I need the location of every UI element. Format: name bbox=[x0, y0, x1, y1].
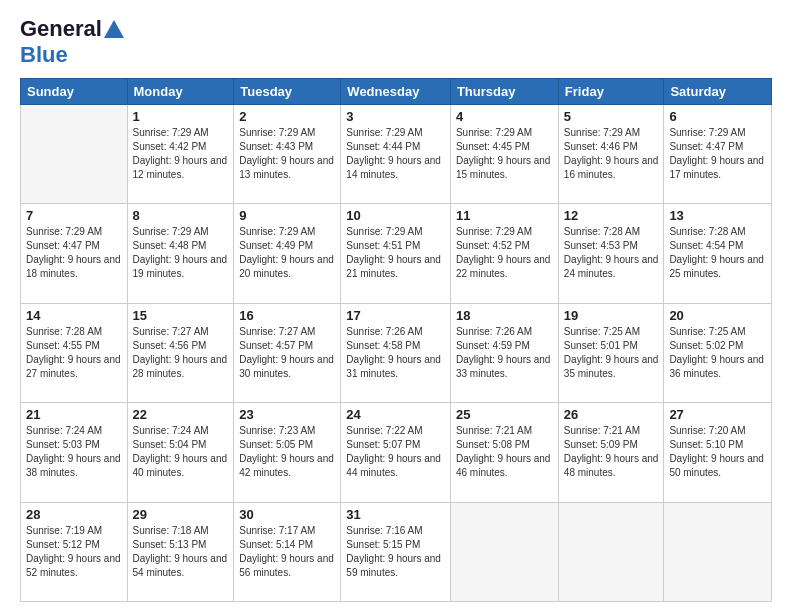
day-info: Sunrise: 7:24 AMSunset: 5:04 PMDaylight:… bbox=[133, 424, 229, 480]
weekday-header-row: SundayMondayTuesdayWednesdayThursdayFrid… bbox=[21, 79, 772, 105]
day-cell: 13Sunrise: 7:28 AMSunset: 4:54 PMDayligh… bbox=[664, 204, 772, 303]
day-cell: 27Sunrise: 7:20 AMSunset: 5:10 PMDayligh… bbox=[664, 403, 772, 502]
day-info: Sunrise: 7:28 AMSunset: 4:54 PMDaylight:… bbox=[669, 225, 766, 281]
day-cell: 31Sunrise: 7:16 AMSunset: 5:15 PMDayligh… bbox=[341, 502, 451, 601]
calendar-table: SundayMondayTuesdayWednesdayThursdayFrid… bbox=[20, 78, 772, 602]
day-cell: 15Sunrise: 7:27 AMSunset: 4:56 PMDayligh… bbox=[127, 303, 234, 402]
day-cell: 16Sunrise: 7:27 AMSunset: 4:57 PMDayligh… bbox=[234, 303, 341, 402]
day-cell: 3Sunrise: 7:29 AMSunset: 4:44 PMDaylight… bbox=[341, 105, 451, 204]
day-info: Sunrise: 7:29 AMSunset: 4:51 PMDaylight:… bbox=[346, 225, 445, 281]
weekday-wednesday: Wednesday bbox=[341, 79, 451, 105]
week-row-4: 28Sunrise: 7:19 AMSunset: 5:12 PMDayligh… bbox=[21, 502, 772, 601]
day-number: 5 bbox=[564, 109, 659, 124]
day-info: Sunrise: 7:29 AMSunset: 4:47 PMDaylight:… bbox=[669, 126, 766, 182]
day-cell bbox=[664, 502, 772, 601]
day-info: Sunrise: 7:29 AMSunset: 4:42 PMDaylight:… bbox=[133, 126, 229, 182]
day-cell: 11Sunrise: 7:29 AMSunset: 4:52 PMDayligh… bbox=[450, 204, 558, 303]
day-cell: 23Sunrise: 7:23 AMSunset: 5:05 PMDayligh… bbox=[234, 403, 341, 502]
day-number: 11 bbox=[456, 208, 553, 223]
week-row-3: 21Sunrise: 7:24 AMSunset: 5:03 PMDayligh… bbox=[21, 403, 772, 502]
day-number: 28 bbox=[26, 507, 122, 522]
day-number: 10 bbox=[346, 208, 445, 223]
day-number: 24 bbox=[346, 407, 445, 422]
day-number: 23 bbox=[239, 407, 335, 422]
logo-general: General bbox=[20, 16, 102, 42]
week-row-1: 7Sunrise: 7:29 AMSunset: 4:47 PMDaylight… bbox=[21, 204, 772, 303]
day-number: 27 bbox=[669, 407, 766, 422]
day-number: 20 bbox=[669, 308, 766, 323]
day-number: 18 bbox=[456, 308, 553, 323]
weekday-monday: Monday bbox=[127, 79, 234, 105]
week-row-0: 1Sunrise: 7:29 AMSunset: 4:42 PMDaylight… bbox=[21, 105, 772, 204]
header: General Blue bbox=[20, 16, 772, 68]
day-number: 3 bbox=[346, 109, 445, 124]
day-cell: 21Sunrise: 7:24 AMSunset: 5:03 PMDayligh… bbox=[21, 403, 128, 502]
week-row-2: 14Sunrise: 7:28 AMSunset: 4:55 PMDayligh… bbox=[21, 303, 772, 402]
day-info: Sunrise: 7:28 AMSunset: 4:53 PMDaylight:… bbox=[564, 225, 659, 281]
day-cell: 1Sunrise: 7:29 AMSunset: 4:42 PMDaylight… bbox=[127, 105, 234, 204]
day-cell: 26Sunrise: 7:21 AMSunset: 5:09 PMDayligh… bbox=[558, 403, 664, 502]
day-number: 1 bbox=[133, 109, 229, 124]
day-cell: 19Sunrise: 7:25 AMSunset: 5:01 PMDayligh… bbox=[558, 303, 664, 402]
day-info: Sunrise: 7:24 AMSunset: 5:03 PMDaylight:… bbox=[26, 424, 122, 480]
day-number: 30 bbox=[239, 507, 335, 522]
day-cell: 24Sunrise: 7:22 AMSunset: 5:07 PMDayligh… bbox=[341, 403, 451, 502]
day-number: 14 bbox=[26, 308, 122, 323]
day-cell bbox=[558, 502, 664, 601]
day-cell: 12Sunrise: 7:28 AMSunset: 4:53 PMDayligh… bbox=[558, 204, 664, 303]
day-info: Sunrise: 7:28 AMSunset: 4:55 PMDaylight:… bbox=[26, 325, 122, 381]
day-number: 12 bbox=[564, 208, 659, 223]
day-cell: 29Sunrise: 7:18 AMSunset: 5:13 PMDayligh… bbox=[127, 502, 234, 601]
day-info: Sunrise: 7:23 AMSunset: 5:05 PMDaylight:… bbox=[239, 424, 335, 480]
day-info: Sunrise: 7:29 AMSunset: 4:49 PMDaylight:… bbox=[239, 225, 335, 281]
page: General Blue SundayMondayTuesdayWednesda… bbox=[0, 0, 792, 612]
logo-icon bbox=[104, 20, 124, 38]
day-cell: 9Sunrise: 7:29 AMSunset: 4:49 PMDaylight… bbox=[234, 204, 341, 303]
day-number: 22 bbox=[133, 407, 229, 422]
day-info: Sunrise: 7:18 AMSunset: 5:13 PMDaylight:… bbox=[133, 524, 229, 580]
day-info: Sunrise: 7:19 AMSunset: 5:12 PMDaylight:… bbox=[26, 524, 122, 580]
day-cell: 17Sunrise: 7:26 AMSunset: 4:58 PMDayligh… bbox=[341, 303, 451, 402]
day-info: Sunrise: 7:25 AMSunset: 5:02 PMDaylight:… bbox=[669, 325, 766, 381]
day-number: 6 bbox=[669, 109, 766, 124]
weekday-thursday: Thursday bbox=[450, 79, 558, 105]
weekday-friday: Friday bbox=[558, 79, 664, 105]
day-info: Sunrise: 7:29 AMSunset: 4:46 PMDaylight:… bbox=[564, 126, 659, 182]
day-cell: 7Sunrise: 7:29 AMSunset: 4:47 PMDaylight… bbox=[21, 204, 128, 303]
day-info: Sunrise: 7:20 AMSunset: 5:10 PMDaylight:… bbox=[669, 424, 766, 480]
day-cell: 20Sunrise: 7:25 AMSunset: 5:02 PMDayligh… bbox=[664, 303, 772, 402]
day-number: 8 bbox=[133, 208, 229, 223]
day-cell: 18Sunrise: 7:26 AMSunset: 4:59 PMDayligh… bbox=[450, 303, 558, 402]
day-number: 16 bbox=[239, 308, 335, 323]
day-cell: 5Sunrise: 7:29 AMSunset: 4:46 PMDaylight… bbox=[558, 105, 664, 204]
day-number: 29 bbox=[133, 507, 229, 522]
day-info: Sunrise: 7:29 AMSunset: 4:44 PMDaylight:… bbox=[346, 126, 445, 182]
day-info: Sunrise: 7:29 AMSunset: 4:47 PMDaylight:… bbox=[26, 225, 122, 281]
weekday-saturday: Saturday bbox=[664, 79, 772, 105]
day-cell bbox=[21, 105, 128, 204]
weekday-tuesday: Tuesday bbox=[234, 79, 341, 105]
day-info: Sunrise: 7:22 AMSunset: 5:07 PMDaylight:… bbox=[346, 424, 445, 480]
day-info: Sunrise: 7:29 AMSunset: 4:52 PMDaylight:… bbox=[456, 225, 553, 281]
day-info: Sunrise: 7:25 AMSunset: 5:01 PMDaylight:… bbox=[564, 325, 659, 381]
day-cell: 10Sunrise: 7:29 AMSunset: 4:51 PMDayligh… bbox=[341, 204, 451, 303]
day-number: 31 bbox=[346, 507, 445, 522]
day-cell: 6Sunrise: 7:29 AMSunset: 4:47 PMDaylight… bbox=[664, 105, 772, 204]
day-number: 17 bbox=[346, 308, 445, 323]
day-info: Sunrise: 7:21 AMSunset: 5:09 PMDaylight:… bbox=[564, 424, 659, 480]
day-info: Sunrise: 7:26 AMSunset: 4:59 PMDaylight:… bbox=[456, 325, 553, 381]
day-cell: 14Sunrise: 7:28 AMSunset: 4:55 PMDayligh… bbox=[21, 303, 128, 402]
day-info: Sunrise: 7:21 AMSunset: 5:08 PMDaylight:… bbox=[456, 424, 553, 480]
day-cell: 8Sunrise: 7:29 AMSunset: 4:48 PMDaylight… bbox=[127, 204, 234, 303]
day-info: Sunrise: 7:17 AMSunset: 5:14 PMDaylight:… bbox=[239, 524, 335, 580]
day-number: 9 bbox=[239, 208, 335, 223]
calendar-body: 1Sunrise: 7:29 AMSunset: 4:42 PMDaylight… bbox=[21, 105, 772, 602]
day-cell: 25Sunrise: 7:21 AMSunset: 5:08 PMDayligh… bbox=[450, 403, 558, 502]
day-info: Sunrise: 7:29 AMSunset: 4:43 PMDaylight:… bbox=[239, 126, 335, 182]
day-info: Sunrise: 7:29 AMSunset: 4:45 PMDaylight:… bbox=[456, 126, 553, 182]
day-number: 19 bbox=[564, 308, 659, 323]
day-info: Sunrise: 7:27 AMSunset: 4:57 PMDaylight:… bbox=[239, 325, 335, 381]
day-number: 2 bbox=[239, 109, 335, 124]
day-number: 26 bbox=[564, 407, 659, 422]
day-number: 13 bbox=[669, 208, 766, 223]
